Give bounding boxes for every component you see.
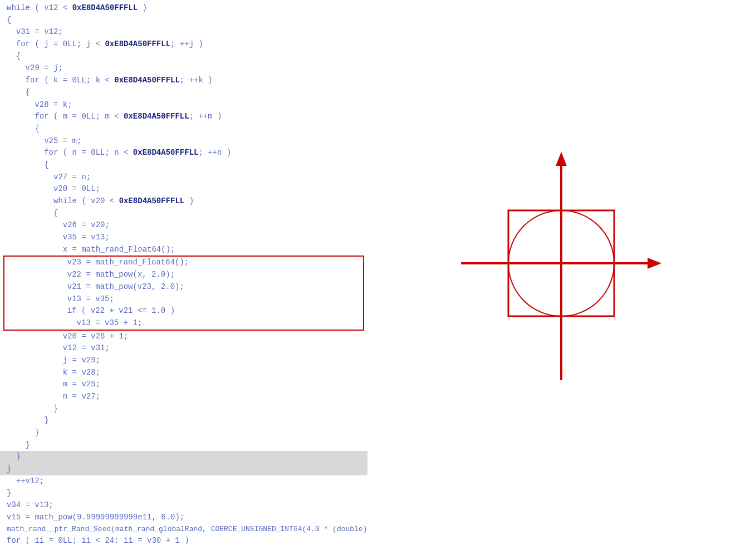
code-line-30: k = v28; (0, 367, 367, 379)
code-line-27: v20 = v26 + 1; (0, 331, 367, 343)
code-line-41: v34 = v13; (0, 499, 367, 512)
code-line-33: } (0, 403, 367, 415)
code-line-12: for ( n = 0LL; n < 0xE8D4A50FFFLL; ++n ) (0, 147, 367, 159)
code-line-25: if ( v22 + v21 <= 1.0 ) (4, 305, 363, 317)
code-line-13: { (0, 159, 367, 171)
code-line-23: v21 = math_pow(v23, 2.0); (4, 281, 363, 293)
code-line-28: v12 = v31; (0, 342, 367, 355)
code-line-19: v35 = v13; (0, 232, 367, 244)
code-line-35: } (0, 427, 367, 439)
code-line-40: } (0, 488, 367, 500)
code-content: while ( v12 < 0xE8D4A50FFFLL ) { v31 = v… (0, 2, 367, 547)
code-line-36: } (0, 439, 367, 451)
code-line-10: { (0, 123, 367, 135)
highlight-box: v23 = math_rand_Float64(); v22 = math_po… (3, 256, 364, 330)
code-line-9: for ( m = 0LL; m < 0xE8D4A50FFFLL; ++m ) (0, 111, 367, 123)
code-line-4: { (0, 51, 367, 63)
up-arrowhead (556, 152, 567, 166)
code-line-38: } (0, 463, 367, 475)
code-line-15: v20 = 0LL; (0, 183, 367, 195)
code-line-39: ++v12; (0, 475, 367, 488)
code-line-2: v31 = v12; (0, 26, 367, 38)
code-line-18: v26 = v20; (0, 219, 367, 232)
code-line-29: j = v29; (0, 355, 367, 367)
code-line-22: v22 = math_pow(x, 2.0); (4, 269, 363, 281)
code-panel: while ( v12 < 0xE8D4A50FFFLL ) { v31 = v… (0, 0, 367, 560)
code-line-44: for ( ii = 0LL; ii < 24; ii = v30 + 1 ) (0, 535, 367, 547)
code-line-16: while ( v20 < 0xE8D4A50FFFLL ) (0, 195, 367, 208)
code-line-1: { (0, 14, 367, 27)
code-line-6: for ( k = 0LL; k < 0xE8D4A50FFFLL; ++k ) (0, 75, 367, 87)
code-line-20: x = math_rand_Float64(); (0, 244, 367, 256)
code-line-14: v27 = n; (0, 171, 367, 184)
right-arrowhead (648, 258, 661, 269)
code-line-0: while ( v12 < 0xE8D4A50FFFLL ) (0, 2, 367, 14)
code-line-7: { (0, 87, 367, 99)
code-line-31: m = v25; (0, 379, 367, 391)
code-line-8: v28 = k; (0, 99, 367, 111)
code-line-42: v15 = math_pow(9.99999999999e11, 6.0); (0, 512, 367, 524)
code-line-11: v25 = m; (0, 135, 367, 148)
code-line-21: v23 = math_rand_Float64(); (4, 257, 363, 269)
code-line-26: v13 = v35 + 1; (4, 317, 363, 330)
diagram-panel (367, 0, 755, 560)
code-line-37: } (0, 451, 367, 463)
code-line-17: { (0, 208, 367, 220)
code-line-34: } (0, 415, 367, 427)
code-line-24: v13 = v35; (4, 293, 363, 306)
monte-carlo-diagram (455, 146, 667, 414)
code-line-32: n = v27; (0, 391, 367, 403)
code-line-3: for ( j = 0LL; j < 0xE8D4A50FFFLL; ++j ) (0, 38, 367, 51)
code-line-5: v29 = j; (0, 62, 367, 75)
code-line-43: math_rand__ptr_Rand_Seed(math_rand_globa… (0, 524, 367, 535)
